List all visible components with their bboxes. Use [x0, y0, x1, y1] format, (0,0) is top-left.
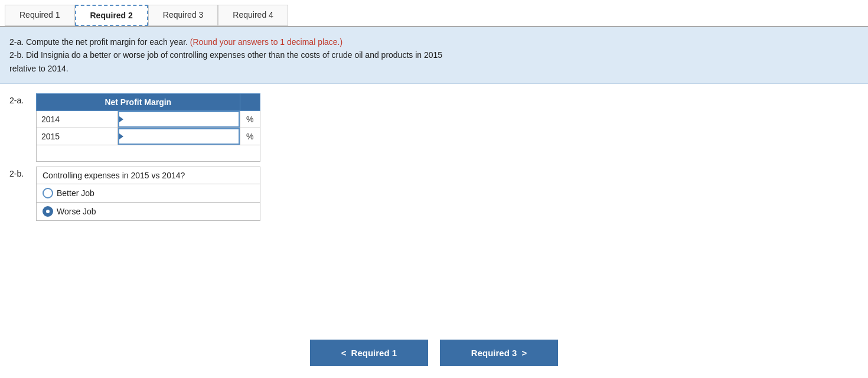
radio-circle-worse[interactable] — [43, 206, 53, 217]
input-2014[interactable] — [118, 111, 240, 128]
section-2a: 2-a. Net Profit Margin 2014 — [9, 93, 859, 162]
instruction-red: (Round your answers to 1 decimal place.) — [190, 37, 342, 47]
page-wrapper: Required 1Required 2Required 3Required 4… — [0, 0, 868, 378]
tab-required-1[interactable]: Required 1 — [5, 5, 75, 26]
pct-2014: % — [240, 111, 260, 128]
next-icon: > — [521, 348, 527, 358]
radio-option-better[interactable]: Better Job — [37, 184, 260, 203]
instruction-text-1a: 2-a. Compute the net profit margin for e… — [9, 37, 188, 47]
input-2015[interactable] — [118, 128, 240, 145]
radio-table: Controlling expenses in 2015 vs 2014? Be… — [36, 167, 260, 221]
radio-better-option[interactable]: Better Job — [43, 188, 254, 198]
radio-option-worse[interactable]: Worse Job — [37, 203, 260, 221]
next-label: Required 3 — [471, 348, 517, 358]
radio-label-better: Better Job — [57, 188, 94, 198]
radio-label-worse: Worse Job — [57, 207, 96, 216]
table-header-pct — [240, 94, 260, 111]
prev-button[interactable]: < Required 1 — [310, 340, 428, 366]
instruction-line2: 2-b. Did Insignia do a better or worse j… — [9, 48, 859, 61]
input-cell-2014 — [118, 111, 240, 128]
row-label-2b: 2-b. — [9, 167, 36, 178]
radio-question: Controlling expenses in 2015 vs 2014? — [37, 167, 260, 184]
tabs-row: Required 1Required 2Required 3Required 4 — [0, 0, 868, 27]
content-area: 2-a. Net Profit Margin 2014 — [0, 84, 868, 325]
radio-row-worse[interactable]: Worse Job — [37, 203, 260, 221]
section-2b: 2-b. Controlling expenses in 2015 vs 201… — [9, 167, 859, 221]
triangle-2015 — [119, 133, 123, 139]
instructions-banner: 2-a. Compute the net profit margin for e… — [0, 27, 868, 84]
prev-icon: < — [341, 348, 347, 358]
empty-cell — [37, 145, 260, 162]
year-2015: 2015 — [37, 128, 118, 145]
radio-circle-better[interactable] — [43, 188, 53, 198]
instruction-line1: 2-a. Compute the net profit margin for e… — [9, 35, 859, 48]
table-header-net-profit: Net Profit Margin — [37, 94, 240, 111]
pct-2015: % — [240, 128, 260, 145]
tab-required-4[interactable]: Required 4 — [218, 5, 288, 26]
net-profit-table: Net Profit Margin 2014 % 2015 — [36, 93, 260, 162]
input-cell-2015 — [118, 128, 240, 145]
radio-header-row: Controlling expenses in 2015 vs 2014? — [37, 167, 260, 184]
prev-label: Required 1 — [351, 348, 397, 358]
year-2014: 2014 — [37, 111, 118, 128]
next-button[interactable]: Required 3 > — [440, 340, 558, 366]
radio-worse-option[interactable]: Worse Job — [43, 206, 254, 217]
tab-required-2[interactable]: Required 2 — [75, 5, 148, 26]
instruction-line3: relative to 2014. — [9, 62, 859, 75]
tab-required-3[interactable]: Required 3 — [148, 5, 218, 26]
table-row-2015: 2015 % — [37, 128, 260, 145]
bottom-navigation: < Required 1 Required 3 > — [0, 325, 868, 378]
radio-row-better[interactable]: Better Job — [37, 184, 260, 203]
row-label-2a: 2-a. — [9, 93, 36, 105]
table-row-2014: 2014 % — [37, 111, 260, 128]
table-row-empty — [37, 145, 260, 162]
triangle-2014 — [119, 116, 123, 122]
